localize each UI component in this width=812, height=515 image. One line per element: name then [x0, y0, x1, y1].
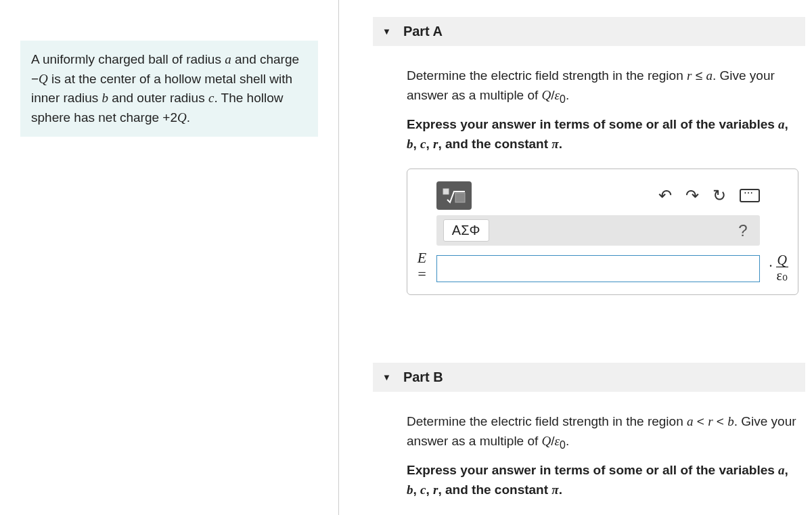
collapse-icon: ▼: [382, 26, 391, 37]
keyboard-icon[interactable]: [740, 189, 760, 202]
svg-rect-1: [455, 193, 465, 202]
equation-editor-button[interactable]: [436, 181, 472, 210]
sqrt-icon: [441, 186, 468, 205]
collapse-icon: ▼: [382, 372, 391, 382]
reset-icon[interactable]: ↻: [713, 186, 726, 205]
unit-suffix: · Q ε₀: [769, 253, 788, 282]
redo-icon[interactable]: ↷: [685, 186, 699, 205]
part-b-format: Express your answer in terms of some or …: [407, 461, 798, 499]
toolbar-row-2: ΑΣΦ ?: [436, 215, 760, 246]
part-a-instruction: Determine the electric field strength in…: [407, 66, 798, 107]
help-button[interactable]: ?: [733, 221, 752, 240]
answer-box: E=: [407, 169, 798, 295]
part-a-header[interactable]: ▼ Part A: [373, 17, 805, 46]
equation-lhs: E=: [417, 250, 427, 282]
part-b-header[interactable]: ▼ Part B: [373, 363, 805, 392]
problem-statement: A uniformly charged ball of radius a and…: [20, 41, 318, 137]
part-a-label: Part A: [403, 24, 443, 39]
part-a-format: Express your answer in terms of some or …: [407, 115, 798, 154]
part-b-label: Part B: [403, 370, 443, 385]
undo-icon[interactable]: ↶: [658, 186, 672, 205]
svg-rect-0: [443, 189, 449, 194]
part-b-instruction: Determine the electric field strength in…: [407, 412, 798, 453]
greek-letters-button[interactable]: ΑΣΦ: [443, 219, 489, 242]
answer-input[interactable]: [436, 255, 760, 282]
toolbar-row-1: ↶ ↷ ↻: [436, 181, 760, 210]
